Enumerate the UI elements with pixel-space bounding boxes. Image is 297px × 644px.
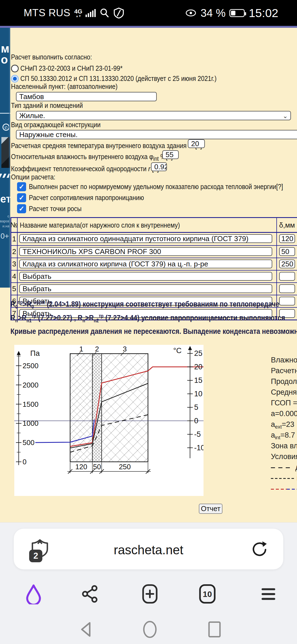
browser-chrome: 2 rascheta.net 10	[0, 522, 297, 644]
search-icon	[99, 7, 110, 18]
row-number: 4	[11, 271, 18, 282]
standards-radio-group: СНиП 23-02-2003 и СНиП 23-01-99*СП 50.13…	[11, 63, 249, 84]
material-select[interactable]: Кладка из силикатного кирпича (ГОСТ 379)…	[19, 260, 272, 268]
svg-text:0: 0	[23, 458, 26, 466]
battery-percent-label: 34 %	[200, 7, 226, 19]
info-line: ГСОП =457	[271, 398, 297, 408]
sidebar-smalltext-line: о	[0, 214, 9, 219]
tabs-counter-button[interactable]: 10	[195, 582, 220, 606]
row-number: 2	[11, 246, 18, 258]
calculation-side-info: ВлажностьРасчетнаяПродолжитСредняя теГСО…	[271, 355, 297, 501]
row-number: 3	[11, 258, 18, 270]
svg-text:-5: -5	[194, 430, 201, 438]
radio-icon[interactable]	[11, 65, 19, 72]
checkbox-icon[interactable]: ✓	[17, 193, 26, 202]
checkbox-icon[interactable]: ✓	[17, 182, 26, 191]
tabs-count-label: 10	[203, 590, 212, 599]
info-line: a=0.00035	[271, 408, 297, 419]
svg-text:25: 25	[194, 349, 202, 358]
standard-radio-option[interactable]: СНиП 23-02-2003 и СНиП 23-01-99*	[11, 63, 249, 73]
svg-text:10: 10	[194, 390, 202, 398]
uniformity-coefficient-input[interactable]: 0.92	[151, 162, 167, 171]
checkbox-icon[interactable]: ✓	[17, 204, 26, 213]
info-line: aext=23	[271, 419, 297, 430]
info-line: Зона влажн	[271, 441, 297, 451]
chevron-down-icon: ⌄	[283, 113, 288, 120]
info-line: Продолжит	[271, 376, 297, 387]
sidebar-smalltext-fragment: о варов и.на	[0, 214, 9, 229]
indoor-temperature-input[interactable]: 20	[188, 139, 205, 148]
result-vapor-permeability: Rn>Rn1тр (7.27>0.27) , Rn>Rn2тр (7.27>4.…	[10, 313, 297, 324]
thickness-input[interactable]	[279, 272, 295, 281]
info-line: Средняя те	[271, 387, 297, 398]
legend-dash-sample	[271, 467, 293, 468]
material-table-row: 2ТЕХНОНИКОЛЬ XPS CARBON PROF 30050	[11, 245, 297, 258]
material-select[interactable]: Выбрать	[19, 284, 272, 293]
info-line: Расчетная	[271, 365, 297, 376]
radio-label: СП 50.13330.2012 и СП 131.13330.2020 (де…	[20, 74, 216, 83]
building-type-select[interactable]: Жилые.	[16, 111, 291, 120]
material-table-row: 3Кладка из силикатного кирпича (ГОСТ 379…	[11, 258, 297, 270]
svg-text:50: 50	[93, 463, 101, 471]
nav-recents-button[interactable]	[204, 618, 226, 640]
sidebar-photo	[1, 137, 10, 168]
address-bar[interactable]: 2 rascheta.net	[14, 529, 283, 569]
menu-icon[interactable]	[256, 582, 281, 606]
row-number: 1	[11, 233, 18, 245]
thickness-input[interactable]: 50	[279, 247, 295, 256]
calc-option-row[interactable]: ✓Расчет точки росы	[17, 203, 297, 214]
checkbox-label: Выполнен расчет по нормируемому удельном…	[29, 182, 283, 191]
material-select[interactable]: ТЕХНОНИКОЛЬ XPS CARBON PROF 300	[19, 247, 272, 256]
material-select[interactable]: Выбрать	[19, 272, 272, 281]
radio-icon[interactable]	[11, 75, 19, 83]
new-tab-button[interactable]	[138, 582, 162, 606]
phone-screen: MTS RUS 4G▲▼ 34 % 15:02 м о ✆ ет о вар	[0, 0, 297, 644]
calc-option-row[interactable]: ✓Расчет сопротивления паропроницанию	[17, 192, 297, 203]
sidebar-divider	[0, 113, 10, 114]
network-badge: 4G	[74, 9, 82, 15]
col-header-material: Название материала(от наружного слоя к в…	[18, 218, 277, 232]
phone-circle-icon[interactable]: ✆	[2, 124, 10, 131]
web-page: м о ✆ ет о варов и.на 0+ Расчет выполнит…	[0, 26, 297, 522]
svg-text:500: 500	[23, 438, 34, 447]
nav-home-button[interactable]	[139, 618, 161, 640]
thickness-input[interactable]: 120	[279, 234, 295, 243]
city-input[interactable]: Тамбов	[16, 92, 157, 101]
android-nav-bar	[0, 616, 297, 644]
status-bar: MTS RUS 4G▲▼ 34 % 15:02	[0, 0, 297, 26]
result-condensation: Кривые распределения давления не пересек…	[10, 327, 297, 336]
table-header-row: № Название материала(от наружного слоя к…	[11, 218, 297, 233]
calc-option-row[interactable]: ✓Выполнен расчет по нормируемому удельно…	[17, 181, 297, 192]
construction-select[interactable]: Наружные стены.	[16, 130, 297, 139]
thickness-input[interactable]	[279, 284, 295, 293]
sidebar-smalltext-line: и.на	[0, 224, 9, 229]
svg-text:-10: -10	[194, 444, 204, 452]
col-header-number: №	[11, 218, 18, 232]
svg-text:2000: 2000	[23, 381, 38, 389]
info-line: Влажность	[271, 355, 297, 365]
construction-value: Наружные стены.	[19, 130, 78, 139]
svg-text:2: 2	[95, 345, 99, 353]
svg-text:120: 120	[75, 463, 87, 471]
content-top-border	[0, 26, 297, 28]
humidity-input[interactable]: 55	[162, 150, 179, 159]
yandex-browser-icon[interactable]	[21, 582, 46, 606]
report-button[interactable]: Отчет	[199, 504, 222, 514]
chart-legend-row: ма	[271, 473, 297, 484]
material-table-row: 1Кладка из силикатного одиннадцати пусто…	[11, 233, 297, 245]
battery-icon	[229, 9, 245, 17]
address-domain[interactable]: rascheta.net	[14, 542, 283, 557]
thickness-input[interactable]: 250	[279, 260, 295, 268]
eye-icon	[185, 9, 197, 17]
clock-label: 15:02	[249, 6, 278, 20]
checkbox-label: Расчет точки росы	[29, 204, 82, 213]
refresh-icon[interactable]	[250, 539, 268, 559]
svg-text:1: 1	[79, 345, 83, 353]
building-type-label: Тип зданий и помещений	[11, 101, 95, 110]
share-icon[interactable]	[78, 582, 103, 606]
row-number: 5	[11, 283, 18, 295]
nav-back-button[interactable]	[75, 618, 97, 640]
svg-text:1500: 1500	[23, 400, 38, 408]
material-select[interactable]: Кладка из силикатного одиннадцати пустот…	[19, 234, 272, 243]
col-header-thickness: δ,мм	[277, 218, 297, 232]
